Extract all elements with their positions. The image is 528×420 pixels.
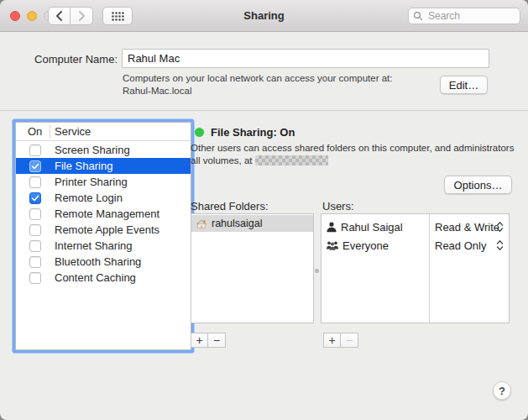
shared-folders-list: rahulsaigal (191, 213, 314, 323)
shared-folders-label: Shared Folders: (191, 200, 269, 213)
service-label: Bluetooth Sharing (55, 255, 141, 268)
description-line2-prefix: all volumes, at (191, 155, 253, 165)
user-row-rahul-saigal[interactable]: Rahul Saigal Read & Write (322, 218, 509, 236)
service-label: Remote Apple Events (55, 223, 159, 236)
permission-value[interactable]: Read Only (435, 236, 486, 255)
service-label: Content Caching (55, 271, 136, 284)
column-divider (50, 125, 50, 139)
service-row-content-caching[interactable]: Content Caching (16, 270, 191, 286)
service-label: File Sharing (55, 160, 112, 172)
users-add-remove: + − (323, 333, 358, 348)
permission-value[interactable]: Read & Write (435, 218, 499, 236)
service-row-screen-sharing[interactable]: Screen Sharing (16, 142, 191, 158)
service-label: Remote Login (55, 192, 123, 204)
person-icon (326, 221, 337, 233)
sharing-preferences-window: Sharing Computer Name: Computers on your… (0, 0, 528, 420)
service-row-remote-management[interactable]: Remote Management (16, 206, 191, 222)
checkbox-checked[interactable] (29, 192, 41, 204)
service-label: Remote Management (55, 207, 159, 220)
title-bar: Sharing (0, 0, 528, 32)
description-line2: all volumes, at (191, 155, 520, 167)
service-label: Internet Sharing (55, 239, 133, 252)
service-row-bluetooth-sharing[interactable]: Bluetooth Sharing (16, 254, 191, 270)
search-field[interactable] (408, 8, 520, 24)
edit-button[interactable]: Edit… (440, 76, 488, 94)
file-sharing-description: Other users can access shared folders on… (191, 142, 520, 167)
home-folder-icon (196, 218, 207, 229)
services-list-header: On Service (16, 123, 191, 141)
service-row-remote-login[interactable]: Remote Login (16, 190, 191, 206)
add-user-button[interactable]: + (323, 333, 341, 348)
service-row-file-sharing[interactable]: File Sharing (16, 158, 191, 174)
search-input[interactable] (426, 9, 515, 23)
remove-user-button-disabled: − (341, 333, 358, 348)
user-row-everyone[interactable]: Everyone Read Only (322, 236, 509, 255)
help-button[interactable]: ? (493, 381, 511, 400)
services-list: On Service Screen Sharing File Sharing P… (15, 122, 191, 350)
shared-folder-name: rahulsaigal (212, 218, 262, 229)
checkbox-unchecked[interactable] (29, 256, 41, 268)
permission-stepper-icon[interactable] (496, 239, 504, 251)
list-splitter-handle[interactable] (315, 269, 319, 273)
group-icon (326, 239, 339, 251)
column-header-service: Service (55, 125, 91, 138)
computer-name-caption: Computers on your local network can acce… (123, 72, 393, 97)
computer-name-label: Computer Name: (0, 53, 118, 66)
search-icon (413, 11, 423, 21)
checkbox-unchecked[interactable] (29, 272, 41, 284)
add-shared-folder-button[interactable]: + (191, 333, 208, 348)
caption-line1: Computers on your local network can acce… (123, 72, 393, 85)
service-label: Screen Sharing (55, 144, 130, 156)
computer-name-input[interactable] (122, 49, 489, 68)
checkbox-unchecked[interactable] (29, 240, 41, 252)
service-row-internet-sharing[interactable]: Internet Sharing (16, 238, 191, 254)
checkbox-unchecked[interactable] (29, 224, 41, 236)
checkbox-unchecked[interactable] (29, 208, 41, 220)
checkbox-checked[interactable] (29, 160, 41, 172)
checkbox-unchecked[interactable] (29, 176, 41, 188)
service-row-printer-sharing[interactable]: Printer Sharing (16, 174, 191, 190)
column-header-on: On (28, 125, 42, 138)
description-line1: Other users can access shared folders on… (191, 142, 520, 155)
options-button[interactable]: Options… (444, 176, 512, 194)
users-list: Rahul Saigal Read & Write Everyone Read … (321, 213, 510, 323)
user-name: Rahul Saigal (341, 221, 403, 234)
section-divider (0, 110, 528, 111)
users-label: Users: (322, 200, 354, 213)
remove-shared-folder-button[interactable]: − (208, 333, 226, 348)
redacted-address (255, 155, 328, 165)
service-label: Printer Sharing (55, 176, 128, 188)
status-green-dot-icon (195, 128, 204, 137)
shared-folders-add-remove: + − (191, 333, 226, 348)
status-title: File Sharing: On (211, 126, 295, 139)
service-row-remote-apple-events[interactable]: Remote Apple Events (16, 222, 191, 238)
checkbox-unchecked[interactable] (29, 144, 41, 156)
permission-stepper-icon[interactable] (496, 221, 504, 233)
shared-folder-row[interactable]: rahulsaigal (191, 215, 313, 232)
user-name: Everyone (342, 239, 389, 252)
caption-line2: Rahul-Mac.local (123, 85, 393, 97)
